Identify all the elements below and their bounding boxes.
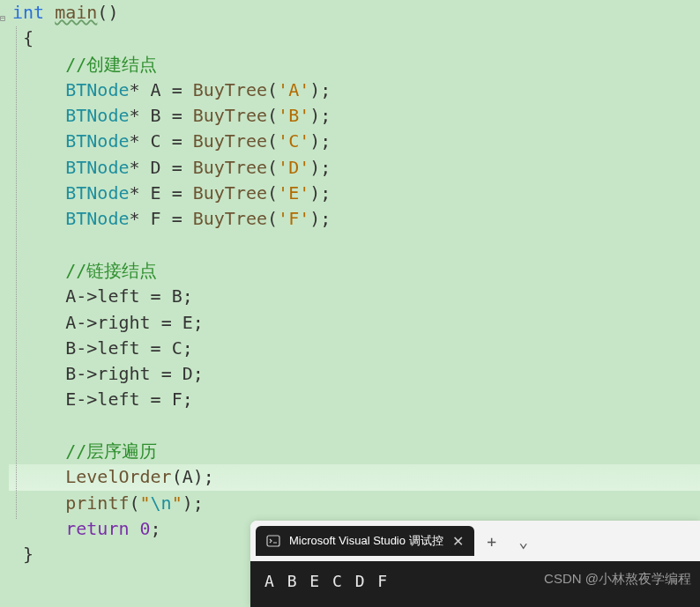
code-line: B->left = C; xyxy=(9,336,700,361)
code-line: int main() xyxy=(9,0,700,26)
code-line: E->left = F; xyxy=(9,387,700,412)
code-line: A->right = E; xyxy=(9,310,700,336)
tab-bar: Microsoft Visual Studio 调试控 ✕ + ⌄ xyxy=(250,521,700,561)
code-line xyxy=(9,413,700,439)
close-icon[interactable]: ✕ xyxy=(452,533,464,550)
svg-rect-0 xyxy=(267,536,279,546)
code-line: BTNode* E = BuyTree('E'); xyxy=(9,181,700,206)
code-line: //链接结点 xyxy=(9,258,700,284)
terminal-icon xyxy=(266,534,280,548)
code-line: BTNode* F = BuyTree('F'); xyxy=(9,206,700,232)
current-line: LevelOrder(A); xyxy=(9,464,700,490)
code-line: A->left = B; xyxy=(9,284,700,309)
fold-icon[interactable]: ⊟ xyxy=(0,5,9,14)
tab-dropdown-button[interactable]: ⌄ xyxy=(510,527,538,555)
code-line: //创建结点 xyxy=(9,52,700,78)
code-line: BTNode* C = BuyTree('C'); xyxy=(9,129,700,154)
code-line: { xyxy=(9,26,700,51)
code-editor[interactable]: ⊟ int main() { //创建结点 BTNode* A = BuyTre… xyxy=(0,0,700,568)
code-line: BTNode* D = BuyTree('D'); xyxy=(9,155,700,181)
indent-guide xyxy=(16,26,17,519)
code-line: //层序遍历 xyxy=(9,439,700,464)
code-line xyxy=(9,233,700,258)
new-tab-button[interactable]: + xyxy=(478,527,506,555)
tab-title: Microsoft Visual Studio 调试控 xyxy=(289,533,443,549)
code-line: printf("\n"); xyxy=(9,491,700,516)
terminal-window[interactable]: Microsoft Visual Studio 调试控 ✕ + ⌄ A B E … xyxy=(250,521,700,607)
code-line: B->right = D; xyxy=(9,361,700,387)
code-line: BTNode* B = BuyTree('B'); xyxy=(9,103,700,129)
terminal-tab[interactable]: Microsoft Visual Studio 调试控 ✕ xyxy=(256,526,474,556)
code-line: BTNode* A = BuyTree('A'); xyxy=(9,78,700,103)
watermark-text: CSDN @小林熬夜学编程 xyxy=(544,571,691,588)
